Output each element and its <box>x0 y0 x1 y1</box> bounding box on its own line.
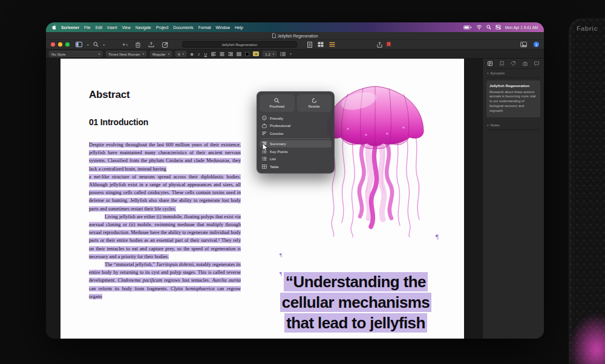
font-size-dropdown[interactable]: 9 ▾ <box>175 51 186 57</box>
align-center-button[interactable] <box>220 52 224 56</box>
zoom-button[interactable] <box>65 42 70 47</box>
menu-separator <box>261 138 330 139</box>
menu-item-list[interactable]: List <box>260 155 332 163</box>
underline-button[interactable]: U <box>204 52 208 56</box>
pilcrow-mark: ¶ <box>280 271 282 277</box>
menu-project[interactable]: Project <box>156 25 169 30</box>
menu-item-friendly[interactable]: Friendly <box>260 114 332 122</box>
menu-item-summary[interactable]: Summary <box>260 140 332 148</box>
align-justify-button[interactable] <box>237 52 241 56</box>
window-title-bar: Jellyfish Regeneration <box>46 32 544 40</box>
compose-button[interactable] <box>162 42 168 48</box>
minimize-button[interactable] <box>58 42 62 47</box>
format-bar: No Style ▾ Times New Roman ▾ Regular ▾ 9… <box>46 50 544 59</box>
menu-documents[interactable]: Documents <box>173 25 193 30</box>
search-icon[interactable] <box>93 42 99 47</box>
mouse-cursor <box>262 143 269 152</box>
font-dropdown[interactable]: Times New Roman ▾ <box>106 51 146 57</box>
smiley-icon <box>262 115 267 120</box>
close-button[interactable] <box>51 42 55 47</box>
menu-insert[interactable]: Insert <box>107 25 117 30</box>
proofread-button[interactable]: Proofread <box>260 94 295 112</box>
apple-logo-icon[interactable] <box>52 25 56 30</box>
list-format-button[interactable] <box>280 52 286 56</box>
outline-view-icon[interactable] <box>329 42 335 48</box>
rewrite-button[interactable]: Rewrite <box>297 94 332 112</box>
pilcrow-mark: ¶ <box>280 252 282 258</box>
bold-button[interactable]: B <box>190 52 194 56</box>
highlight-color-swatch[interactable]: a <box>253 51 259 56</box>
menu-item-key-points[interactable]: Key Points <box>260 148 332 155</box>
menu-item-table[interactable]: Table <box>260 163 332 171</box>
paragraph-3: The “immortal jellyfish,” Turritopsis do… <box>89 261 241 301</box>
main-area: Abstract 01 Introduction Despite evolvin… <box>46 59 544 339</box>
add-item-button[interactable]: +▾ <box>122 42 128 48</box>
menu-bar: Scrivener File Edit Insert View Navigate… <box>46 22 544 32</box>
menu-window[interactable]: Window <box>216 25 230 30</box>
menu-view[interactable]: View <box>122 25 131 30</box>
bookmarks-tab-icon[interactable] <box>500 61 504 66</box>
side-device-panel: Fabric <box>569 18 605 364</box>
trash-button[interactable] <box>136 42 140 48</box>
concise-lines-icon <box>262 131 267 135</box>
compile-button[interactable] <box>148 42 154 48</box>
toolbar-search-field[interactable]: Jellyfish Regeneration <box>182 41 297 48</box>
menu-app-name[interactable]: Scrivener <box>61 25 79 30</box>
text-color-swatch[interactable] <box>245 52 249 56</box>
notes-section-header[interactable]: ▾ Notes <box>486 121 540 130</box>
chevron-down-icon[interactable]: ▾ <box>87 43 89 47</box>
align-left-button[interactable] <box>211 52 216 56</box>
style-value: No Style <box>51 52 65 56</box>
synopsis-card[interactable]: Jellyfish Regeneration Research about th… <box>486 80 540 117</box>
popup-button-row: Proofread Rewrite <box>260 94 332 112</box>
corkboard-view-icon[interactable] <box>318 42 324 48</box>
italic-button[interactable]: I <box>198 52 200 56</box>
pull-quote[interactable]: “Understanding the cellular mechanisms t… <box>273 271 438 333</box>
inspector-panel: ▾ Synopsis Jellyfish Regeneration Resear… <box>482 59 544 339</box>
chevron-down-icon[interactable]: ▾ <box>103 43 105 47</box>
rewrite-label: Rewrite <box>309 105 320 108</box>
inspector-toggle-button[interactable]: i <box>534 42 539 47</box>
document-body-text[interactable]: Despite evolving throughout the last 600… <box>89 141 241 301</box>
editor-area[interactable]: Abstract 01 Introduction Despite evolvin… <box>46 59 482 339</box>
align-right-button[interactable] <box>228 52 233 56</box>
battery-icon[interactable] <box>463 25 472 30</box>
synopsis-section-header[interactable]: ▾ Synopsis <box>486 69 540 78</box>
line-spacing-dropdown[interactable]: 1.2 ▾ <box>263 51 276 57</box>
menu-clock[interactable]: Mon Apr 1 9:41 AM <box>505 25 538 30</box>
synopsis-section-label: Synopsis <box>491 71 505 75</box>
menu-help[interactable]: Help <box>235 25 243 30</box>
menu-format[interactable]: Format <box>198 25 211 30</box>
toolbar-right-group: i <box>520 42 539 47</box>
font-variant-dropdown[interactable]: Regular ▾ <box>150 51 172 57</box>
menu-edit[interactable]: Edit <box>96 25 102 30</box>
snapshots-tab-icon[interactable] <box>523 62 528 66</box>
wifi-icon[interactable] <box>476 25 482 30</box>
quote-line-1: “Understanding the <box>284 272 428 291</box>
control-center-icon[interactable] <box>495 25 501 30</box>
quote-line-3: that lead to jellyfish <box>284 313 427 333</box>
summary-label: Summary <box>270 141 286 146</box>
variant-value: Regular <box>152 52 166 56</box>
metadata-tab-icon[interactable] <box>511 61 515 66</box>
chevron-down-icon: ▾ <box>487 123 489 127</box>
style-dropdown[interactable]: No Style ▾ <box>49 51 102 57</box>
bookmark-flag-icon[interactable] <box>387 42 391 47</box>
line-spacing-value: 1.2 <box>265 52 270 56</box>
friendly-label: Friendly <box>270 116 283 120</box>
heading-abstract: Abstract <box>89 89 129 101</box>
notes-tab-icon[interactable] <box>488 61 492 66</box>
menu-file[interactable]: File <box>84 25 91 30</box>
binder-toggle-button[interactable] <box>76 42 82 47</box>
share-icon[interactable] <box>377 42 382 48</box>
menu-navigate[interactable]: Navigate <box>136 25 151 30</box>
media-browser-icon[interactable] <box>520 42 527 47</box>
spotlight-search-icon[interactable] <box>486 25 491 30</box>
comments-tab-icon[interactable] <box>534 61 539 66</box>
menu-item-concise[interactable]: Concise <box>260 129 332 137</box>
paragraph-1-line-a: Despite evolving throughout the last 600… <box>89 142 241 172</box>
notes-section-label: Notes <box>491 123 500 127</box>
stage: Scrivener File Edit Insert View Navigate… <box>0 0 605 364</box>
menu-item-professional[interactable]: Professional <box>260 122 332 130</box>
document-view-icon[interactable] <box>307 42 312 48</box>
